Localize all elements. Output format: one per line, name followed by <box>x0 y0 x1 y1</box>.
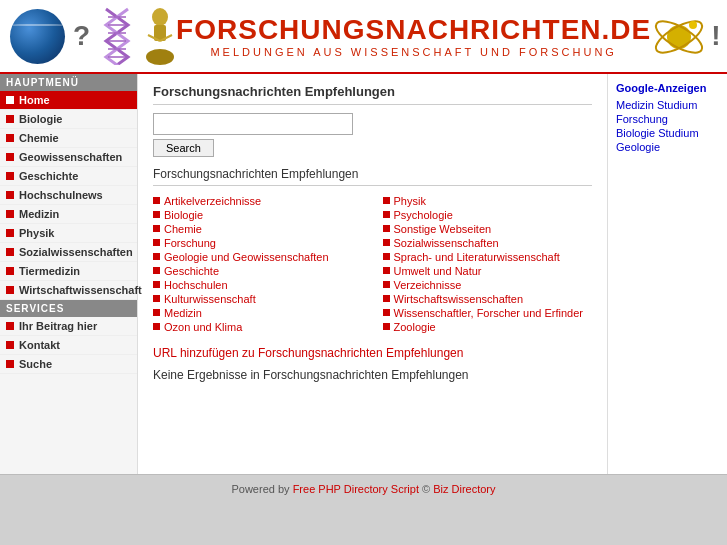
link-text[interactable]: Sozialwissenschaften <box>394 237 499 249</box>
link-text[interactable]: Chemie <box>164 223 202 235</box>
sidebar-bullet <box>6 210 14 218</box>
sidebar-item-wirtschaft[interactable]: Wirtschaftwissenschaft <box>0 281 137 300</box>
sidebar-item-suche[interactable]: Suche <box>0 355 137 374</box>
main-layout: HAUPTMENÜ Home Biologie Chemie Geowissen… <box>0 74 727 474</box>
google-link-biologie[interactable]: Biologie Studium <box>616 127 719 139</box>
google-link-forschung[interactable]: Forschung <box>616 113 719 125</box>
sidebar-item-label: Medizin <box>19 208 59 220</box>
sidebar-bullet <box>6 248 14 256</box>
list-item: Sonstige Webseiten <box>383 222 593 236</box>
link-bullet <box>153 281 160 288</box>
add-url-link[interactable]: URL hinzufügen zu Forschungsnachrichten … <box>153 346 592 360</box>
sidebar-item-sozialwissenschaften[interactable]: Sozialwissenschaften <box>0 243 137 262</box>
list-item: Forschung <box>153 236 363 250</box>
sidebar-bullet <box>6 96 14 104</box>
sidebar-item-beitrag[interactable]: Ihr Beitrag hier <box>0 317 137 336</box>
sidebar-item-geowissenschaften[interactable]: Geowissenschaften <box>0 148 137 167</box>
sidebar-item-label: Chemie <box>19 132 59 144</box>
svg-point-6 <box>152 8 168 26</box>
sidebar-item-label: Physik <box>19 227 54 239</box>
link-text[interactable]: Kulturwissenschaft <box>164 293 256 305</box>
sidebar-item-biologie[interactable]: Biologie <box>0 110 137 129</box>
sidebar-bullet <box>6 360 14 368</box>
header-title-area: FORSCHUNGSNACHRICHTEN.DE MELDUNGEN AUS W… <box>176 14 651 58</box>
list-item: Geologie und Geowissenschaften <box>153 250 363 264</box>
link-text[interactable]: Geologie und Geowissenschaften <box>164 251 329 263</box>
link-bullet <box>383 197 390 204</box>
list-item: Geschichte <box>153 264 363 278</box>
link-text[interactable]: Geschichte <box>164 265 219 277</box>
link-text[interactable]: Medizin <box>164 307 202 319</box>
footer-separator: © <box>422 483 433 495</box>
atom-icon <box>651 9 706 64</box>
link-bullet <box>383 267 390 274</box>
question-icon: ? <box>73 20 90 52</box>
link-bullet <box>153 211 160 218</box>
list-item: Wissenschaftler, Forscher und Erfinder <box>383 306 593 320</box>
link-bullet <box>153 239 160 246</box>
sidebar-item-label: Home <box>19 94 50 106</box>
sidebar-item-label: Geschichte <box>19 170 78 182</box>
sidebar-item-geschichte[interactable]: Geschichte <box>0 167 137 186</box>
site-subtitle: MELDUNGEN AUS WISSENSCHAFT UND FORSCHUNG <box>176 46 651 58</box>
link-text[interactable]: Sonstige Webseiten <box>394 223 492 235</box>
list-item: Umwelt und Natur <box>383 264 593 278</box>
sidebar-item-label: Biologie <box>19 113 62 125</box>
link-bullet <box>153 267 160 274</box>
footer-link-biz[interactable]: Biz Directory <box>433 483 495 495</box>
sidebar: HAUPTMENÜ Home Biologie Chemie Geowissen… <box>0 74 138 474</box>
sidebar-item-label: Ihr Beitrag hier <box>19 320 97 332</box>
google-link-geologie[interactable]: Geologie <box>616 141 719 153</box>
sidebar-item-physik[interactable]: Physik <box>0 224 137 243</box>
search-button[interactable]: Search <box>153 139 214 157</box>
link-bullet <box>153 253 160 260</box>
sidebar-bullet <box>6 153 14 161</box>
link-text[interactable]: Biologie <box>164 209 203 221</box>
link-bullet <box>153 295 160 302</box>
link-bullet <box>383 211 390 218</box>
link-bullet <box>383 295 390 302</box>
link-bullet <box>383 281 390 288</box>
list-item: Artikelverzeichnisse <box>153 194 363 208</box>
sidebar-bullet <box>6 286 14 294</box>
google-link-medizin[interactable]: Medizin Studium <box>616 99 719 111</box>
link-text[interactable]: Wissenschaftler, Forscher und Erfinder <box>394 307 584 319</box>
footer-link-php[interactable]: Free PHP Directory Script <box>293 483 419 495</box>
link-bullet <box>383 225 390 232</box>
sidebar-item-label: Tiermedizin <box>19 265 80 277</box>
footer-powered-by: Powered by <box>231 483 289 495</box>
link-text[interactable]: Artikelverzeichnisse <box>164 195 261 207</box>
dna-icon <box>98 7 136 65</box>
link-text[interactable]: Zoologie <box>394 321 436 333</box>
site-header: ? FORSCHUNGSNACHRICH <box>0 0 727 74</box>
link-text[interactable]: Ozon und Klima <box>164 321 242 333</box>
google-ads-header: Google-Anzeigen <box>616 82 719 94</box>
sidebar-main-header: HAUPTMENÜ <box>0 74 137 91</box>
list-item: Psychologie <box>383 208 593 222</box>
link-text[interactable]: Umwelt und Natur <box>394 265 482 277</box>
sidebar-item-hochschulnews[interactable]: Hochschulnews <box>0 186 137 205</box>
sidebar-item-medizin[interactable]: Medizin <box>0 205 137 224</box>
globe-icon <box>10 9 65 64</box>
sidebar-item-label: Kontakt <box>19 339 60 351</box>
link-text[interactable]: Verzeichnisse <box>394 279 462 291</box>
sidebar-item-tiermedizin[interactable]: Tiermedizin <box>0 262 137 281</box>
sidebar-item-chemie[interactable]: Chemie <box>0 129 137 148</box>
search-input[interactable] <box>153 113 353 135</box>
sidebar-item-kontakt[interactable]: Kontakt <box>0 336 137 355</box>
link-text[interactable]: Forschung <box>164 237 216 249</box>
link-text[interactable]: Sprach- und Literaturwissenschaft <box>394 251 560 263</box>
link-text[interactable]: Physik <box>394 195 426 207</box>
link-bullet <box>153 197 160 204</box>
site-title: FORSCHUNGSNACHRICHTEN.DE <box>176 14 651 46</box>
link-bullet <box>153 309 160 316</box>
sidebar-item-label: Suche <box>19 358 52 370</box>
sidebar-item-home[interactable]: Home <box>0 91 137 110</box>
link-text[interactable]: Hochschulen <box>164 279 228 291</box>
link-text[interactable]: Wirtschaftswissenschaften <box>394 293 524 305</box>
list-item: Zoologie <box>383 320 593 334</box>
sidebar-services-header: SERVICES <box>0 300 137 317</box>
links-column-1: Artikelverzeichnisse Biologie Chemie For… <box>153 194 363 334</box>
svg-point-8 <box>146 49 174 65</box>
link-text[interactable]: Psychologie <box>394 209 453 221</box>
